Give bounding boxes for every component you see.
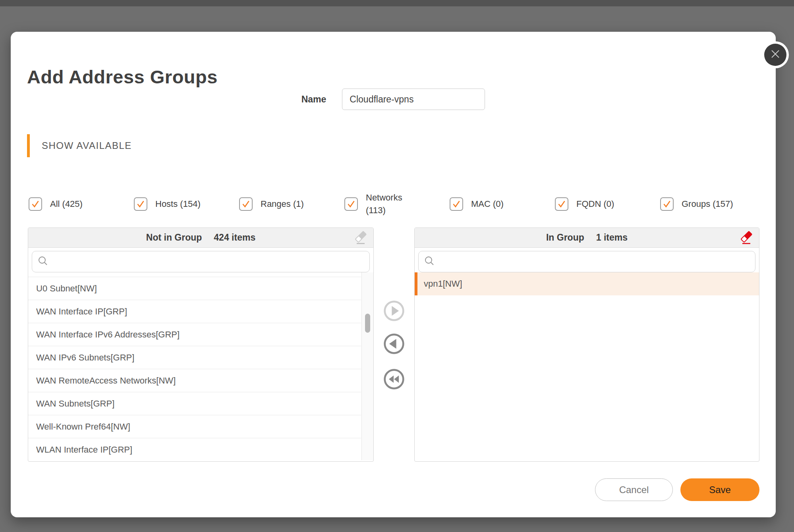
filter-networks[interactable]: Networks (113)	[344, 191, 450, 217]
filter-label: All (425)	[50, 198, 83, 210]
clear-selection-button-red[interactable]	[739, 231, 753, 246]
move-left-button[interactable]	[383, 333, 405, 355]
filter-label: Ranges (1)	[261, 198, 304, 210]
list-item-selected[interactable]: vpn1[NW]	[415, 272, 759, 295]
in-group-panel: In Group 1 items	[414, 227, 759, 462]
cancel-button[interactable]: Cancel	[595, 478, 673, 501]
checkbox-checked-icon[interactable]	[344, 197, 358, 211]
in-group-search[interactable]	[418, 251, 755, 272]
move-right-button[interactable]	[383, 300, 405, 322]
list-item[interactable]: WLAN Interface IP[GRP]	[28, 438, 361, 460]
eraser-icon-red	[739, 241, 753, 247]
filter-label: FQDN (0)	[576, 198, 614, 210]
list-item[interactable]: Well-Known Pref64[NW]	[28, 415, 361, 438]
section-accent-bar	[27, 134, 30, 157]
panel-item-count: 1 items	[596, 232, 628, 243]
filter-fqdn[interactable]: FQDN (0)	[555, 197, 660, 211]
filter-groups[interactable]: Groups (157)	[660, 197, 765, 211]
filter-label: Hosts (154)	[155, 198, 201, 210]
not-in-group-search[interactable]	[32, 251, 370, 272]
in-group-header: In Group 1 items	[415, 228, 759, 248]
eraser-icon	[354, 241, 368, 247]
filter-all[interactable]: All (425)	[29, 197, 134, 211]
not-in-group-header: Not in Group 424 items	[28, 228, 373, 248]
name-label: Name	[301, 94, 326, 105]
panel-title: In Group	[546, 232, 584, 243]
save-button[interactable]: Save	[680, 478, 759, 501]
list-item[interactable]: WAN Interface IP[GRP]	[28, 300, 361, 323]
panel-item-count: 424 items	[214, 232, 255, 243]
filter-label: MAC (0)	[471, 198, 504, 210]
list-item-partial	[28, 272, 361, 277]
filter-hosts[interactable]: Hosts (154)	[134, 197, 239, 211]
show-available-section: SHOW AVAILABLE	[27, 134, 132, 157]
checkbox-checked-icon[interactable]	[660, 197, 674, 211]
list-item[interactable]: WAN IPv6 Subnets[GRP]	[28, 346, 361, 369]
name-field-row: Name	[11, 89, 776, 110]
add-address-groups-dialog: Add Address Groups Name SHOW AVAILABLE A…	[11, 32, 776, 517]
move-all-left-button[interactable]	[383, 368, 405, 390]
search-icon	[424, 256, 435, 268]
clear-selection-button[interactable]	[354, 231, 368, 246]
arrow-right-icon	[383, 317, 405, 323]
double-arrow-left-icon	[383, 386, 405, 391]
scrollbar-thumb[interactable]	[365, 314, 370, 333]
filter-mac[interactable]: MAC (0)	[450, 197, 555, 211]
list-item[interactable]: WAN Interface IPv6 Addresses[GRP]	[28, 323, 361, 346]
checkbox-checked-icon[interactable]	[555, 197, 568, 211]
arrow-left-icon	[383, 350, 405, 356]
in-group-list: vpn1[NW]	[415, 272, 759, 460]
scrollbar-track[interactable]	[361, 272, 373, 460]
close-button[interactable]	[764, 44, 786, 66]
dialog-title: Add Address Groups	[27, 66, 218, 88]
panel-title: Not in Group	[146, 232, 202, 243]
list-item[interactable]: WAN Subnets[GRP]	[28, 392, 361, 415]
checkbox-checked-icon[interactable]	[29, 197, 42, 211]
checkbox-checked-icon[interactable]	[450, 197, 463, 211]
search-input[interactable]	[439, 251, 750, 272]
filter-label: Groups (157)	[682, 198, 733, 210]
search-input[interactable]	[52, 251, 364, 272]
not-in-group-list: U0 Subnet[NW] WAN Interface IP[GRP] WAN …	[28, 272, 373, 460]
type-filter-row: All (425) Hosts (154) Ranges (1) Network…	[29, 189, 767, 220]
search-icon	[38, 256, 48, 268]
list-item[interactable]: U0 Subnet[NW]	[28, 277, 361, 300]
checkbox-checked-icon[interactable]	[134, 197, 147, 211]
not-in-group-panel: Not in Group 424 items	[28, 227, 374, 462]
name-input[interactable]	[342, 89, 485, 110]
section-title: SHOW AVAILABLE	[42, 140, 132, 151]
close-icon	[770, 49, 780, 61]
filter-ranges[interactable]: Ranges (1)	[239, 197, 344, 211]
list-item[interactable]: WAN RemoteAccess Networks[NW]	[28, 369, 361, 392]
filter-label: Networks (113)	[366, 191, 410, 217]
checkbox-checked-icon[interactable]	[239, 197, 253, 211]
